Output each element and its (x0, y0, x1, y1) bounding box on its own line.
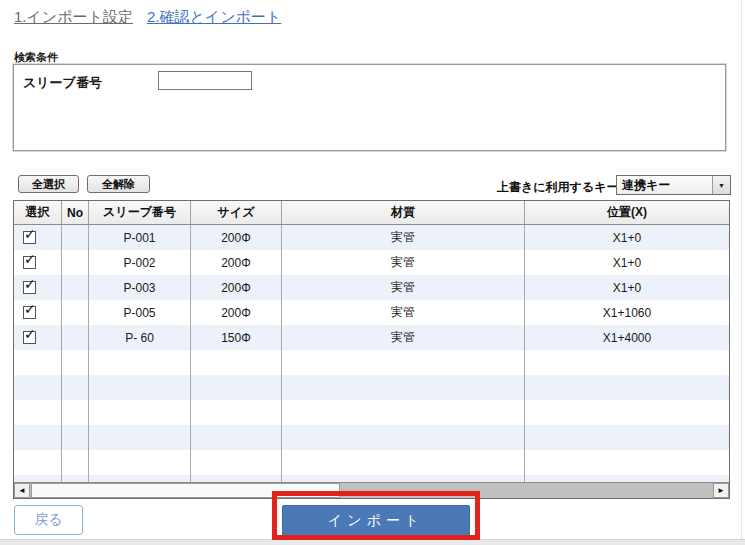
search-conditions-title: 検索条件 (14, 50, 58, 65)
table-cell (89, 475, 191, 482)
table-row: ✓P- 60150Φ実管X1+4000 (14, 325, 729, 350)
back-button[interactable]: 戻る (14, 505, 83, 535)
column-header-no: No (62, 201, 89, 224)
table-cell: 200Φ (191, 250, 282, 275)
table-cell (62, 300, 89, 325)
table-row: ✓P-002200Φ実管X1+0 (14, 250, 729, 275)
table-row: ✓P-005200Φ実管X1+1060 (14, 300, 729, 325)
table-cell (525, 375, 729, 400)
table-cell: 200Φ (191, 300, 282, 325)
table-row: ✓P-003200Φ実管X1+0 (14, 275, 729, 300)
sleeve-table: 選択 No スリーブ番号 サイズ 材質 位置(X) ✓P-001200Φ実管X1… (13, 200, 730, 499)
step-import-settings-link[interactable]: 1.インポート設定 (14, 8, 133, 25)
window-right-edge (741, 0, 742, 539)
select-all-button[interactable]: 全選択 (18, 175, 79, 193)
deselect-all-button[interactable]: 全解除 (87, 175, 150, 193)
table-cell: 実管 (282, 325, 525, 350)
table-cell: 200Φ (191, 225, 282, 250)
table-cell (62, 400, 89, 425)
select-cell: ✓ (14, 225, 62, 250)
table-cell (62, 250, 89, 275)
table-cell: 実管 (282, 250, 525, 275)
row-select-checkbox[interactable]: ✓ (23, 256, 36, 269)
check-icon: ✓ (24, 227, 36, 241)
table-row-empty (14, 350, 729, 375)
table-cell (14, 400, 62, 425)
table-cell (14, 375, 62, 400)
column-header-sleeve-no: スリーブ番号 (89, 201, 191, 224)
table-cell (14, 425, 62, 450)
table-cell (62, 275, 89, 300)
table-cell (282, 450, 525, 475)
table-cell (191, 400, 282, 425)
table-cell (282, 400, 525, 425)
table-row-empty (14, 400, 729, 425)
table-cell (525, 475, 729, 482)
table-cell (282, 375, 525, 400)
table-cell (525, 350, 729, 375)
scroll-left-icon[interactable]: ◄ (14, 483, 30, 498)
sleeve-number-label: スリーブ番号 (23, 74, 102, 92)
table-cell: P-002 (89, 250, 191, 275)
table-cell: P-001 (89, 225, 191, 250)
table-cell (14, 350, 62, 375)
column-header-select: 選択 (14, 201, 62, 224)
scrollbar-thumb[interactable] (31, 483, 340, 498)
column-header-position-x: 位置(X) (525, 201, 729, 224)
table-cell: X1+0 (525, 225, 729, 250)
row-select-checkbox[interactable]: ✓ (23, 281, 36, 294)
table-cell: 150Φ (191, 325, 282, 350)
horizontal-scrollbar[interactable]: ◄ ► (14, 482, 729, 498)
table-cell (62, 450, 89, 475)
check-icon: ✓ (24, 327, 36, 341)
row-select-checkbox[interactable]: ✓ (23, 306, 36, 319)
table-cell (62, 325, 89, 350)
table-cell (62, 375, 89, 400)
table-cell: 実管 (282, 300, 525, 325)
table-cell: P-005 (89, 300, 191, 325)
column-header-material: 材質 (282, 201, 525, 224)
table-cell (191, 350, 282, 375)
scroll-right-icon[interactable]: ► (713, 483, 729, 498)
table-cell (62, 350, 89, 375)
sleeve-number-input[interactable] (158, 71, 252, 90)
step-confirm-import-link[interactable]: 2.確認とインポート (147, 8, 281, 25)
table-cell (14, 450, 62, 475)
table-cell (62, 475, 89, 482)
table-row-empty (14, 450, 729, 475)
select-cell: ✓ (14, 325, 62, 350)
search-conditions-panel: スリーブ番号 (13, 64, 726, 151)
table-body: ✓P-001200Φ実管X1+0✓P-002200Φ実管X1+0✓P-00320… (14, 225, 729, 482)
table-cell (282, 350, 525, 375)
table-cell (282, 425, 525, 450)
table-cell (525, 450, 729, 475)
table-cell (191, 475, 282, 482)
table-cell (89, 350, 191, 375)
select-cell: ✓ (14, 275, 62, 300)
table-cell: P- 60 (89, 325, 191, 350)
table-cell: 実管 (282, 275, 525, 300)
bottom-strip (0, 539, 745, 545)
table-cell: X1+0 (525, 275, 729, 300)
row-select-checkbox[interactable]: ✓ (23, 231, 36, 244)
column-header-size: サイズ (191, 201, 282, 224)
import-button[interactable]: インポート (282, 505, 470, 536)
table-cell (89, 400, 191, 425)
scrollbar-track[interactable] (30, 483, 713, 498)
chevron-down-icon[interactable]: ▼ (712, 176, 730, 194)
overwrite-key-select[interactable]: 連携キー ▼ (616, 175, 731, 195)
table-cell (62, 425, 89, 450)
table-cell: X1+1060 (525, 300, 729, 325)
table-cell (89, 450, 191, 475)
table-cell (525, 425, 729, 450)
check-icon: ✓ (24, 302, 36, 316)
table-cell (191, 375, 282, 400)
row-select-checkbox[interactable]: ✓ (23, 331, 36, 344)
overwrite-key-label: 上書きに利用するキー (497, 179, 618, 196)
table-header: 選択 No スリーブ番号 サイズ 材質 位置(X) (14, 201, 729, 225)
table-cell (191, 450, 282, 475)
table-cell: 実管 (282, 225, 525, 250)
table-cell (89, 425, 191, 450)
table-cell: P-003 (89, 275, 191, 300)
breadcrumb: 1.インポート設定2.確認とインポート (14, 8, 281, 27)
